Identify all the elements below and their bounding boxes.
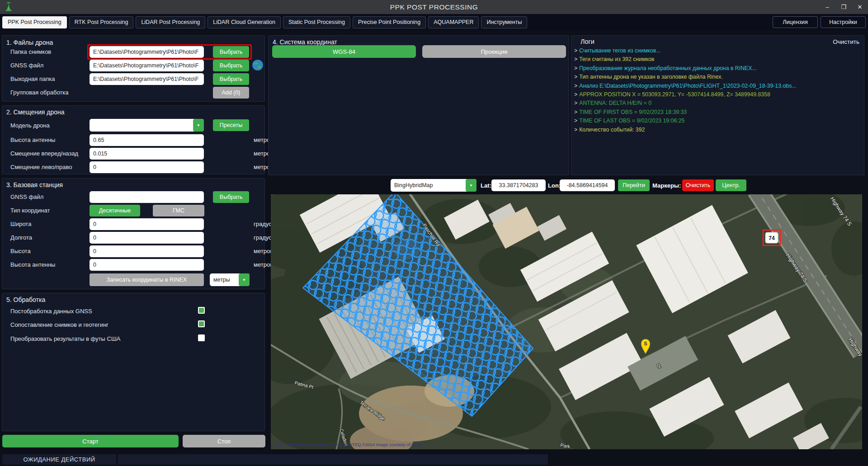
license-button[interactable]: Лицензия [773, 16, 818, 28]
section-title: 3. Базовая станция [6, 181, 63, 188]
maximize-button[interactable]: ❐ [835, 0, 852, 14]
status-box: ОЖИДАНИЕ ДЕЙСТВИЙ [2, 454, 116, 465]
settings-button[interactable]: Настройки [821, 16, 866, 28]
coord-type-dms-button[interactable]: ГМС [153, 205, 204, 217]
batch-processing-label: Групповая обработка [10, 89, 69, 96]
offset-forward-input[interactable] [90, 148, 204, 160]
offset-lateral-label: Смещение лево/право [10, 164, 72, 170]
base-gnss-file-label: GNSS файл [10, 193, 43, 200]
antenna-height-label: Высота антенны [10, 137, 55, 143]
base-gnss-browse-button[interactable]: Выбрать [213, 191, 249, 203]
tab-rtk-post-processing[interactable]: RTK Post Processing [69, 16, 134, 28]
log-entry: >ANTENNA: DELTA H/E/N = 0 [574, 100, 863, 106]
gnss-file-input[interactable] [90, 60, 204, 71]
offset-lateral-input[interactable] [90, 161, 204, 173]
map-canvas[interactable]: Paschall Rd Dr Patina Pt Terrane Ridge C… [271, 194, 862, 449]
marker-letter: S [644, 341, 647, 346]
us-feet-label: Преобразовать результаты в футы США [10, 335, 121, 342]
section-base-station: 3. Базовая станция GNSS файл Выбрать Тип… [2, 178, 265, 289]
unit-label: метров [254, 261, 273, 268]
base-antenna-height-input[interactable] [90, 259, 204, 271]
markers-clear-button[interactable]: Очистить [682, 179, 714, 191]
title-bar: PPK POST PROCESSING – ❐ ✕ [0, 0, 868, 14]
gnss-file-label: GNSS файл [10, 62, 43, 69]
markers-label: Маркеры: [652, 182, 681, 189]
presets-button[interactable]: Пресеты [213, 119, 249, 131]
drone-model-label: Модель дрона [10, 122, 50, 129]
map-center-button[interactable]: Центр. [716, 179, 746, 191]
tab-aquamapper[interactable]: AQUAMAPPER [428, 16, 479, 28]
latitude-label: Широта [10, 221, 31, 227]
height-input[interactable] [90, 245, 204, 257]
batch-add-button[interactable]: Add (0) [213, 87, 249, 99]
section-title: 5. Обработка [6, 296, 45, 303]
output-folder-label: Выходная папка [10, 75, 55, 82]
wgs84-button[interactable]: WGS-84 [272, 45, 416, 58]
log-entry: >Тип антенны дрона не указан в заголовке… [574, 74, 863, 80]
log-entry: >Считывание тегов из снимков... [574, 47, 863, 54]
antenna-height-input[interactable] [90, 134, 204, 146]
coord-type-decimal-button[interactable]: Десятичные [90, 205, 140, 217]
units-value: метры [210, 277, 230, 283]
app-window: PPK POST PROCESSING – ❐ ✕ PPK Post Proce… [0, 0, 868, 466]
log-entry: >Количество событий: 392 [574, 127, 863, 133]
start-button[interactable]: Старт [2, 435, 179, 447]
longitude-input[interactable] [90, 232, 204, 244]
photo-folder-input[interactable] [90, 46, 204, 58]
section-title: 1. Файлы дрона [6, 39, 53, 46]
log-entry: >Теги считаны из 392 снимков [574, 56, 863, 62]
map-layer-value: BingHybridMap [391, 182, 433, 188]
map-go-button[interactable]: Перейти [618, 179, 650, 191]
map-layer-select[interactable]: BingHybridMap ▼ [391, 179, 476, 192]
gnss-postprocess-checkbox[interactable] [198, 307, 205, 314]
tab-ppk-post-processing[interactable]: PPK Post Processing [2, 16, 67, 28]
lat-input[interactable] [491, 179, 546, 191]
geotag-match-label: Сопоставление снимков и геотегинг [10, 321, 108, 328]
globe-icon[interactable] [252, 59, 264, 71]
us-feet-checkbox[interactable] [198, 334, 205, 341]
gnss-file-browse-button[interactable]: Выбрать [213, 60, 249, 71]
map-copyright: ©2024 Microsoft Corporation ©2024 NAVTEQ… [274, 442, 423, 447]
chevron-down-icon: ▼ [239, 273, 250, 286]
tab-lidar-cloud-generation[interactable]: LiDAR Cloud Generation [208, 16, 281, 28]
progress-track [118, 454, 548, 465]
close-button[interactable]: ✕ [852, 0, 868, 14]
height-label: Высота [10, 248, 31, 254]
base-gnss-file-input[interactable] [90, 191, 204, 203]
minimize-button[interactable]: – [819, 0, 835, 14]
geotag-match-checkbox[interactable] [198, 320, 205, 327]
output-folder-input[interactable] [90, 73, 204, 85]
projection-button[interactable]: Проекция [422, 45, 566, 58]
map-tiles: Paschall Rd Dr Patina Pt Terrane Ridge C… [271, 194, 862, 449]
photo-folder-label: Папка снимков [10, 48, 51, 55]
chevron-down-icon: ▼ [466, 179, 476, 192]
logs-clear-button[interactable]: Очистить [833, 38, 859, 45]
write-rinex-button[interactable]: Записать координаты в RINEX [90, 273, 204, 286]
tab-precise-point-positioning[interactable]: Precise Point Positioning [353, 16, 426, 28]
lat-label: Lat: [481, 182, 491, 189]
log-entry: >APPROX POSITION X = 503093.2971, Y= -53… [574, 91, 863, 98]
photo-folder-browse-button[interactable]: Выбрать [213, 46, 249, 58]
unit-label: метров [254, 248, 273, 254]
svg-text:74: 74 [769, 235, 775, 241]
window-title: PPK POST PROCESSING [0, 3, 868, 11]
output-folder-browse-button[interactable]: Выбрать [213, 73, 249, 85]
units-select[interactable]: метры ▼ [210, 273, 250, 286]
tab-lidar-post-processing[interactable]: LiDAR Post Processing [136, 16, 205, 28]
latitude-input[interactable] [90, 218, 204, 230]
offset-forward-label: Смещение вперед/назад [10, 150, 78, 157]
status-text: ОЖИДАНИЕ ДЕЙСТВИЙ [2, 454, 116, 465]
stop-button[interactable]: Стоп [183, 435, 265, 447]
tab-tools[interactable]: Инструменты [481, 16, 527, 28]
logs-panel[interactable]: Логи Очистить >Считывание тегов из снимк… [571, 35, 864, 175]
tab-static-post-processing[interactable]: Static Post Processing [283, 16, 350, 28]
log-entry: >TIME OF LAST OBS = 9/02/2023 19:06:25 [574, 118, 863, 124]
drone-model-select[interactable]: ▼ [90, 119, 204, 132]
lon-label: Lon: [548, 182, 561, 189]
base-antenna-height-label: Высота антенны [10, 261, 55, 268]
gnss-postprocess-label: Постобработка данных GNSS [10, 308, 92, 315]
lon-input[interactable] [560, 179, 615, 191]
section-coordinate-system: 4. Система координат WGS-84 Проекция [268, 35, 569, 175]
logs-title: Логи [580, 38, 594, 45]
section-drone-offsets: 2. Смещения дрона Модель дрона ▼ Пресеты… [2, 105, 265, 174]
